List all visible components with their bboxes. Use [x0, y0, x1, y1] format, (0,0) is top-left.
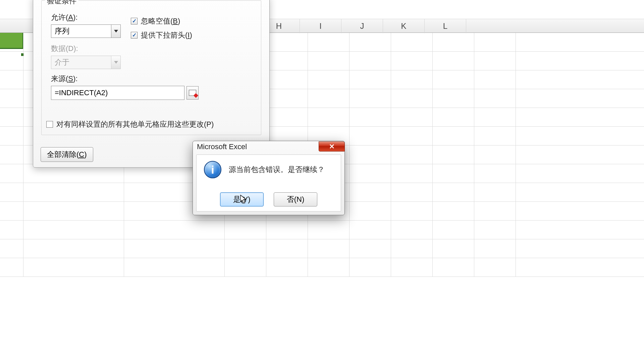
- messagebox: Microsoft Excel ✕ i 源当前包含错误。是否继续？ 是(Y) 否…: [193, 141, 345, 215]
- range-picker-button[interactable]: [186, 86, 199, 100]
- ignore-blank-checkbox[interactable]: ✓ 忽略空值(B): [131, 16, 192, 26]
- data-combo: 介于: [51, 56, 121, 69]
- in-cell-dropdown-label: 提供下拉箭头(I): [141, 30, 192, 40]
- messagebox-text: 源当前包含错误。是否继续？: [229, 165, 325, 175]
- group-title: 验证条件: [45, 0, 78, 6]
- data-combo-button: [111, 56, 120, 69]
- allow-label: 允许(A):: [51, 12, 121, 22]
- chevron-down-icon: [114, 61, 118, 64]
- checkbox-box: ✓: [131, 32, 138, 39]
- allow-combo-button[interactable]: [111, 25, 120, 38]
- close-icon: ✕: [329, 142, 335, 150]
- data-combo-value: 介于: [51, 56, 111, 69]
- data-label: 数据(D):: [51, 44, 121, 54]
- source-label: 来源(S):: [51, 74, 252, 84]
- col-header-k[interactable]: K: [383, 19, 425, 33]
- checkbox-box: [46, 121, 53, 128]
- apply-to-all-checkbox[interactable]: 对有同样设置的所有其他单元格应用这些更改(P): [46, 119, 214, 129]
- col-header-j[interactable]: J: [341, 19, 383, 33]
- clear-all-button[interactable]: 全部清除(C): [41, 147, 93, 162]
- col-header-i[interactable]: I: [300, 19, 341, 33]
- allow-combo-value: 序列: [51, 25, 111, 38]
- close-button[interactable]: ✕: [319, 141, 345, 152]
- col-header-l[interactable]: L: [425, 19, 466, 33]
- check-icon: ✓: [132, 33, 137, 38]
- allow-combo[interactable]: 序列: [51, 24, 121, 38]
- ignore-blank-label: 忽略空值(B): [141, 16, 180, 26]
- no-button[interactable]: 否(N): [274, 192, 317, 206]
- apply-to-all-label: 对有同样设置的所有其他单元格应用这些更改(P): [56, 119, 214, 129]
- info-icon: i: [204, 161, 221, 178]
- messagebox-titlebar[interactable]: Microsoft Excel ✕: [193, 141, 344, 153]
- validation-criteria-group: 验证条件 允许(A): 序列 ✓ 忽略空值(B): [41, 0, 261, 135]
- yes-button[interactable]: 是(Y): [220, 192, 264, 206]
- chevron-down-icon: [114, 30, 118, 33]
- range-picker-icon: [189, 90, 196, 96]
- check-icon: ✓: [132, 18, 137, 24]
- checkbox-box: ✓: [131, 18, 138, 24]
- in-cell-dropdown-checkbox[interactable]: ✓ 提供下拉箭头(I): [131, 30, 192, 40]
- source-input[interactable]: [51, 86, 184, 100]
- messagebox-body: i 源当前包含错误。是否继续？ 是(Y) 否(N): [196, 155, 341, 212]
- messagebox-title: Microsoft Excel: [197, 142, 247, 151]
